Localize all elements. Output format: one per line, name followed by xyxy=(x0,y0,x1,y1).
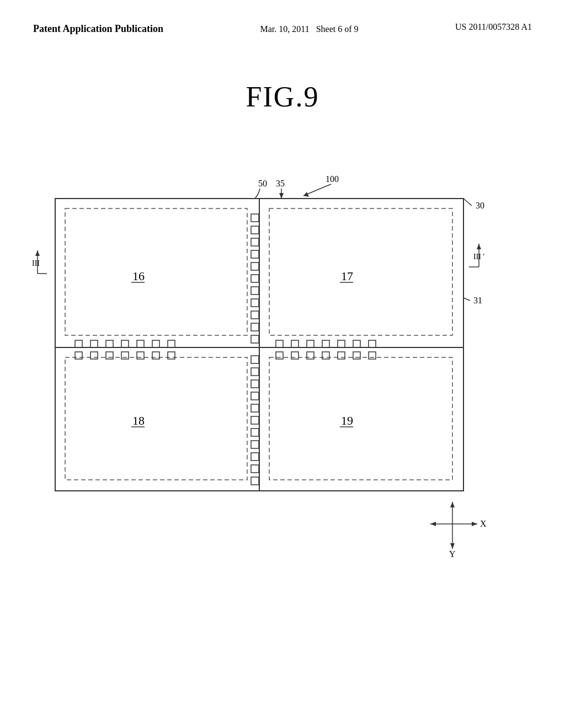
ref-18-label: 18 xyxy=(132,414,145,427)
pub-text: Patent Application Publication xyxy=(33,23,163,34)
svg-rect-5 xyxy=(65,208,247,335)
svg-marker-70 xyxy=(477,244,481,249)
ref-35-label: 35 xyxy=(276,179,285,188)
svg-rect-54 xyxy=(353,340,360,347)
svg-rect-62 xyxy=(369,352,376,359)
publication-label: Patent Application Publication xyxy=(33,22,163,36)
svg-rect-60 xyxy=(338,352,345,359)
svg-marker-65 xyxy=(303,192,309,197)
svg-rect-7 xyxy=(269,208,452,335)
svg-rect-24 xyxy=(251,356,259,363)
svg-rect-44 xyxy=(106,352,113,359)
svg-rect-34 xyxy=(251,477,259,485)
svg-rect-30 xyxy=(251,429,259,436)
svg-line-1 xyxy=(463,199,472,206)
svg-rect-15 xyxy=(251,238,259,246)
ref-16-label: 16 xyxy=(132,269,145,283)
svg-marker-67 xyxy=(35,250,40,256)
svg-marker-73 xyxy=(472,522,477,526)
svg-rect-26 xyxy=(251,380,259,388)
svg-rect-48 xyxy=(168,352,175,359)
svg-rect-35 xyxy=(75,340,82,347)
svg-rect-36 xyxy=(90,340,98,347)
axis-x-label: X xyxy=(480,519,487,528)
svg-marker-79 xyxy=(450,502,455,507)
svg-rect-16 xyxy=(251,250,259,258)
patent-number: US 2011/0057328 A1 xyxy=(455,22,532,32)
ref-31-label: 31 xyxy=(473,296,482,305)
svg-rect-13 xyxy=(251,214,259,222)
svg-rect-43 xyxy=(90,352,98,359)
svg-rect-57 xyxy=(291,352,299,359)
svg-line-2 xyxy=(463,298,470,301)
date-text: Mar. 10, 2011 xyxy=(260,24,309,34)
ref-17-label: 17 xyxy=(341,269,353,283)
ref-50-label: 50 xyxy=(258,179,267,188)
svg-rect-9 xyxy=(65,357,247,480)
svg-rect-49 xyxy=(276,340,283,347)
svg-rect-40 xyxy=(152,340,159,347)
svg-rect-38 xyxy=(121,340,129,347)
ref-30-label: 30 xyxy=(476,201,484,210)
svg-rect-51 xyxy=(307,340,314,347)
svg-rect-33 xyxy=(251,465,259,473)
svg-rect-37 xyxy=(106,340,113,347)
svg-marker-77 xyxy=(430,522,436,526)
svg-rect-31 xyxy=(251,441,259,448)
svg-marker-75 xyxy=(450,543,455,549)
svg-rect-27 xyxy=(251,392,259,400)
svg-rect-19 xyxy=(251,287,259,295)
ref-100-label: 100 xyxy=(326,174,339,184)
svg-rect-61 xyxy=(353,352,360,359)
svg-rect-47 xyxy=(152,352,159,359)
svg-rect-20 xyxy=(251,299,259,307)
svg-rect-29 xyxy=(251,416,259,424)
svg-rect-53 xyxy=(338,340,345,347)
svg-rect-50 xyxy=(291,340,299,347)
svg-rect-59 xyxy=(322,352,329,359)
svg-rect-39 xyxy=(137,340,144,347)
page-header: Patent Application Publication Mar. 10, … xyxy=(0,0,565,36)
svg-rect-41 xyxy=(168,340,175,347)
svg-rect-25 xyxy=(251,368,259,376)
svg-rect-46 xyxy=(137,352,144,359)
svg-rect-56 xyxy=(276,352,283,359)
svg-rect-42 xyxy=(75,352,82,359)
svg-rect-18 xyxy=(251,275,259,282)
fig-title-text: FIG.9 xyxy=(246,81,319,113)
figure-title: FIG.9 xyxy=(0,81,565,113)
svg-rect-28 xyxy=(251,404,259,412)
svg-rect-58 xyxy=(307,352,314,359)
svg-rect-45 xyxy=(121,352,129,359)
ref-III-label: III xyxy=(32,259,40,267)
svg-rect-17 xyxy=(251,263,259,270)
svg-rect-11 xyxy=(269,357,452,480)
diagram-area: 30 31 16 17 18 19 xyxy=(0,135,565,631)
main-svg: 30 31 16 17 18 19 xyxy=(0,135,565,631)
svg-rect-32 xyxy=(251,453,259,461)
sheet-info: Mar. 10, 2011 Sheet 6 of 9 xyxy=(260,22,358,36)
svg-rect-23 xyxy=(251,335,259,343)
sheet-text: Sheet 6 of 9 xyxy=(316,24,359,34)
svg-rect-14 xyxy=(251,226,259,234)
svg-rect-55 xyxy=(369,340,376,347)
svg-rect-22 xyxy=(251,323,259,331)
svg-rect-21 xyxy=(251,311,259,319)
ref-19-label: 19 xyxy=(341,414,353,427)
svg-marker-64 xyxy=(279,193,284,199)
patent-text: US 2011/0057328 A1 xyxy=(455,22,532,31)
svg-rect-52 xyxy=(322,340,329,347)
axis-y-label: Y xyxy=(449,549,456,559)
